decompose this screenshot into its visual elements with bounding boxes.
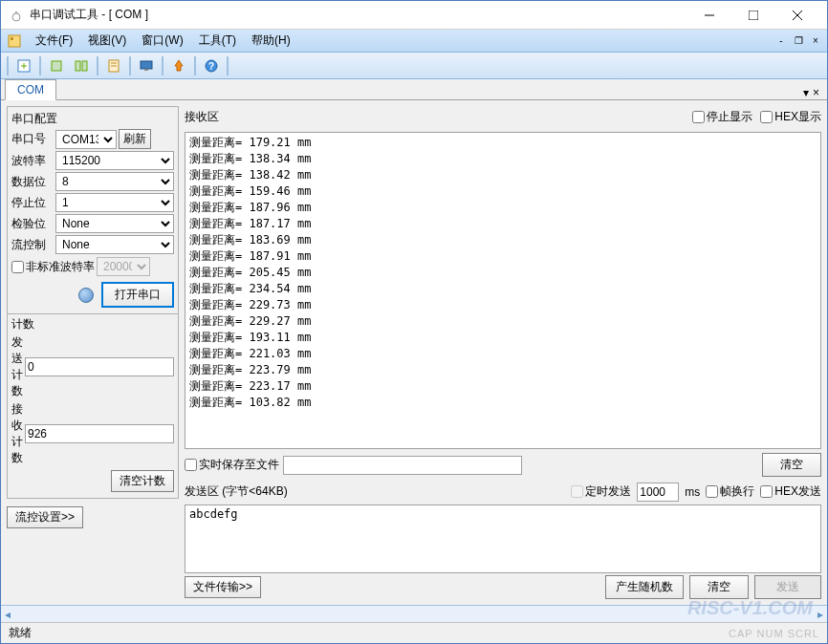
port-indicator-icon (78, 288, 94, 303)
horizontal-scrollbar[interactable]: ◂ ▸ (1, 605, 827, 622)
nonstd-label: 非标准波特率 (26, 259, 95, 275)
menu-view[interactable]: 视图(V) (80, 31, 134, 51)
databits-select[interactable]: 8 (55, 172, 174, 191)
refresh-button[interactable]: 刷新 (119, 129, 151, 149)
close-button[interactable] (775, 2, 819, 29)
svg-text:?: ? (208, 61, 214, 72)
clear-count-button[interactable]: 清空计数 (111, 470, 174, 492)
send-button[interactable]: 发送 (754, 575, 821, 599)
flow-label: 流控制 (11, 237, 54, 253)
tabbar: COM ▾ × (1, 79, 827, 100)
hex-send-label: HEX发送 (774, 483, 821, 500)
mdi-minimize-icon[interactable]: - (774, 34, 789, 48)
tab-close-icon[interactable]: × (813, 86, 819, 99)
clear-send-button[interactable]: 清空 (689, 575, 749, 599)
tool-new-icon[interactable] (12, 54, 35, 77)
save-file-checkbox[interactable] (185, 459, 197, 471)
save-file-label: 实时保存至文件 (199, 457, 279, 473)
stopbits-label: 停止位 (11, 195, 54, 211)
svg-rect-12 (82, 61, 87, 71)
databits-label: 数据位 (11, 174, 54, 190)
tool-monitor-icon[interactable] (135, 54, 158, 77)
titlebar: 串口调试工具 - [ COM ] (1, 1, 827, 30)
timer-send-label: 定时发送 (585, 483, 631, 500)
svg-rect-2 (749, 11, 758, 20)
baud-label: 波特率 (11, 153, 54, 169)
tool-single-icon[interactable] (45, 54, 68, 77)
hex-display-label: HEX显示 (774, 109, 821, 125)
parity-select[interactable]: None (55, 214, 174, 233)
nonstd-checkbox[interactable] (11, 261, 24, 273)
count-fieldset: 计数 发送计数 接收计数 清空计数 (7, 312, 179, 499)
svg-rect-11 (76, 61, 80, 71)
random-button[interactable]: 产生随机数 (605, 575, 684, 599)
status-indicators: CAP NUM SCRL (729, 628, 819, 639)
save-path-input[interactable] (283, 456, 522, 475)
count-title: 计数 (11, 316, 174, 333)
config-title: 串口配置 (11, 111, 174, 127)
tool-split-icon[interactable] (70, 54, 93, 77)
mdi-close-icon[interactable]: × (808, 34, 823, 48)
flow-select[interactable]: None (55, 235, 174, 254)
mdi-restore-icon[interactable]: ❐ (791, 34, 806, 48)
toolbar: ? (1, 53, 827, 79)
clear-recv-button[interactable]: 清空 (762, 453, 821, 477)
port-select[interactable]: COM13 (55, 130, 117, 149)
send-textarea[interactable] (185, 504, 821, 573)
app-icon (9, 8, 24, 23)
menu-tool[interactable]: 工具(T) (191, 31, 244, 51)
menu-help[interactable]: 帮助(H) (244, 31, 298, 51)
tool-doc-icon[interactable] (102, 54, 125, 77)
stopbits-select[interactable]: 1 (55, 193, 174, 212)
recv-textarea[interactable]: 测量距离= 179.21 mm 测量距离= 138.34 mm 测量距离= 13… (185, 132, 821, 449)
nonstd-select: 200000 (97, 257, 150, 276)
baud-select[interactable]: 115200 (55, 151, 174, 170)
file-transfer-button[interactable]: 文件传输>> (185, 576, 261, 598)
config-fieldset: 串口配置 串口号 COM13 刷新 波特率 115200 数据位 8 停止位 1 (7, 106, 179, 314)
tab-com[interactable]: COM (5, 79, 56, 100)
window-title: 串口调试工具 - [ COM ] (30, 7, 687, 23)
stop-display-label: 停止显示 (707, 109, 752, 125)
send-title: 发送区 (字节<64KB) (185, 483, 565, 500)
newline-label: 帧换行 (720, 483, 754, 500)
flow-settings-button[interactable]: 流控设置>> (7, 506, 83, 528)
minimize-button[interactable] (687, 2, 731, 29)
right-panel: 接收区 停止显示 HEX显示 测量距离= 179.21 mm 测量距离= 138… (185, 106, 821, 599)
svg-rect-5 (9, 35, 20, 47)
svg-rect-10 (52, 61, 61, 71)
menubar-icon (5, 32, 24, 51)
ms-label: ms (685, 485, 700, 499)
svg-rect-6 (11, 37, 13, 40)
send-count-label: 发送计数 (11, 334, 23, 399)
menu-window[interactable]: 窗口(W) (134, 31, 190, 51)
stop-display-checkbox[interactable] (692, 111, 705, 123)
tool-help-icon[interactable]: ? (200, 54, 223, 77)
menubar: 文件(F) 视图(V) 窗口(W) 工具(T) 帮助(H) - ❐ × (1, 30, 827, 53)
maximize-button[interactable] (731, 2, 775, 29)
recv-title: 接收区 (185, 109, 685, 125)
parity-label: 检验位 (11, 216, 54, 232)
open-port-button[interactable]: 打开串口 (101, 282, 174, 308)
statusbar: 就绪 CAP NUM SCRL (1, 622, 827, 643)
tab-dropdown-icon[interactable]: ▾ (803, 86, 809, 99)
hex-send-checkbox[interactable] (760, 485, 773, 498)
svg-point-0 (12, 13, 20, 21)
timer-input[interactable] (637, 483, 679, 502)
send-count-input[interactable] (25, 357, 174, 376)
newline-checkbox[interactable] (706, 485, 718, 498)
menu-file[interactable]: 文件(F) (28, 31, 80, 51)
svg-rect-17 (144, 69, 148, 71)
svg-rect-16 (141, 61, 152, 69)
hex-display-checkbox[interactable] (760, 111, 773, 123)
port-label: 串口号 (11, 131, 54, 147)
recv-count-label: 接收计数 (11, 401, 23, 466)
recv-count-input[interactable] (25, 424, 174, 443)
status-text: 就绪 (9, 625, 32, 641)
timer-send-checkbox[interactable] (571, 485, 583, 498)
left-panel: 串口配置 串口号 COM13 刷新 波特率 115200 数据位 8 停止位 1 (7, 106, 179, 599)
tool-upgrade-icon[interactable] (167, 54, 190, 77)
